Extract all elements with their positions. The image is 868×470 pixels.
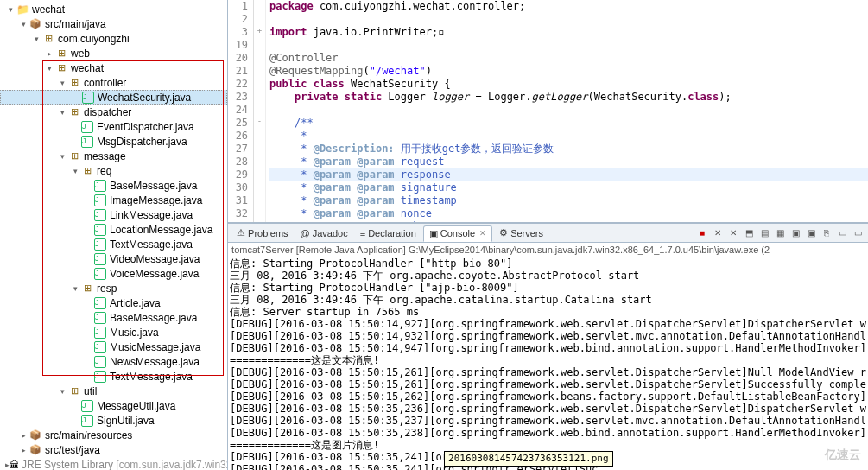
tree-item[interactable]: com.cuiyongzhi — [0, 31, 227, 46]
expand-icon[interactable] — [57, 386, 67, 396]
expand-icon[interactable] — [70, 166, 80, 175]
toolbar-button[interactable]: ▦ — [773, 226, 787, 240]
tree-item[interactable]: WechatSecurity.java — [0, 90, 227, 105]
tab-icon: ≡ — [360, 228, 365, 238]
tree-item[interactable]: dispatcher — [0, 105, 227, 119]
expand-icon[interactable] — [57, 151, 67, 161]
expand-icon[interactable] — [31, 34, 41, 43]
tree-item[interactable]: MsgDispatcher.java — [0, 134, 227, 149]
tree-item[interactable]: NewsMessage.java — [0, 354, 227, 369]
tree-item[interactable]: JRE System Library [com.sun.java.jdk7.wi… — [0, 457, 227, 470]
code-line[interactable]: import java.io.PrintWriter;▫ — [269, 26, 868, 39]
code-line[interactable]: private static Logger logger = Logger.ge… — [269, 91, 868, 104]
tree-item[interactable]: VoiceMessage.java — [0, 266, 227, 281]
console-output[interactable]: 信息: Starting ProtocolHandler ["http-bio-… — [228, 257, 868, 470]
code-line[interactable]: * @param @param request — [269, 156, 868, 168]
tree-item[interactable]: req — [0, 163, 227, 178]
tab-servers[interactable]: ⚙Servers — [494, 225, 548, 241]
tree-item[interactable]: src/main/java — [0, 16, 227, 31]
tree-item[interactable]: src/main/resources — [0, 428, 227, 442]
expand-icon[interactable] — [44, 48, 54, 58]
tree-item[interactable]: ImageMessage.java — [0, 193, 227, 207]
toolbar-button[interactable]: ▣ — [789, 226, 802, 240]
code-line[interactable]: @RequestMapping("/wechat") — [269, 65, 868, 78]
tree-item[interactable]: MusicMessage.java — [0, 340, 227, 354]
toolbar-button[interactable]: ✕ — [711, 226, 725, 240]
java-icon — [93, 296, 107, 310]
tree-item[interactable]: VideoMessage.java — [0, 251, 227, 266]
expand-icon[interactable] — [44, 63, 54, 73]
code-line[interactable]: * — [269, 130, 868, 143]
code-line[interactable]: * @param @param signature — [269, 181, 868, 194]
fold-icon[interactable]: + — [254, 26, 265, 39]
tab-declaration[interactable]: ≡Declaration — [355, 225, 421, 241]
tree-item[interactable]: SignUtil.java — [0, 413, 227, 428]
toolbar-button[interactable]: ▤ — [757, 226, 771, 240]
console-line: [DEBUG][2016-03-08 15:50:35,237][org.spr… — [230, 415, 866, 427]
code-line[interactable] — [269, 13, 868, 26]
tree-item[interactable]: BaseMessage.java — [0, 310, 227, 325]
expand-icon[interactable] — [57, 107, 67, 117]
tree-item[interactable]: util — [0, 384, 227, 398]
project-explorer[interactable]: wechatsrc/main/javacom.cuiyongzhiwebwech… — [0, 0, 228, 470]
tree-item[interactable]: BaseMessage.java — [0, 178, 227, 193]
tab-problems[interactable]: ⚠Problems — [231, 225, 293, 241]
toolbar-button[interactable]: ⎘ — [820, 226, 833, 240]
tree-item[interactable]: LocationMessage.java — [0, 222, 227, 237]
code-line[interactable]: package com.cuiyongzhi.wechat.controller… — [269, 0, 868, 13]
fold-icon — [254, 52, 265, 65]
tree-item[interactable]: TextMessage.java — [0, 369, 227, 384]
code-line[interactable]: @Controller — [269, 52, 868, 65]
tab-label: Console — [440, 228, 475, 238]
tree-item[interactable]: controller — [0, 75, 227, 90]
tree-item-label: wechat — [32, 3, 65, 16]
tree-item[interactable]: MessageUtil.java — [0, 398, 227, 413]
java-icon — [93, 311, 107, 325]
tree-item[interactable]: LinkMessage.java — [0, 207, 227, 222]
expand-icon[interactable] — [18, 445, 29, 454]
tree-item[interactable]: web — [0, 46, 227, 60]
tree-item[interactable]: TextMessage.java — [0, 237, 227, 251]
line-number: 3 — [228, 26, 248, 39]
tree-item[interactable]: Article.java — [0, 295, 227, 310]
toolbar-button[interactable]: ✕ — [726, 226, 740, 240]
code-line[interactable]: * @param @param echostr — [269, 220, 868, 222]
code-line[interactable]: /** — [269, 117, 868, 130]
toolbar-button[interactable]: ▣ — [804, 226, 818, 240]
code-line[interactable]: * @param @param timestamp — [269, 194, 868, 207]
tab-console[interactable]: ▣Console✕ — [423, 225, 492, 242]
tree-item[interactable]: resp — [0, 281, 227, 295]
expand-icon[interactable] — [18, 19, 29, 29]
expand-icon[interactable] — [57, 78, 67, 87]
tree-item[interactable]: message — [0, 149, 227, 163]
tree-item[interactable]: Music.java — [0, 325, 227, 340]
code-line[interactable] — [269, 39, 868, 52]
fold-icon[interactable]: - — [254, 117, 265, 130]
toolbar-button[interactable]: ■ — [695, 226, 709, 240]
close-icon[interactable]: ✕ — [479, 229, 486, 238]
code-line[interactable]: * @param @param nonce — [269, 207, 868, 220]
code-editor[interactable]: 123192021222324252627282930313233 +- pac… — [228, 0, 868, 223]
toolbar-button[interactable]: ▭ — [851, 226, 865, 240]
line-number: 29 — [228, 168, 248, 181]
tab-icon: @ — [301, 228, 310, 238]
code-line[interactable]: * @param @param response — [269, 168, 868, 181]
code-line[interactable] — [269, 104, 868, 117]
expand-icon[interactable] — [18, 430, 29, 440]
code-line[interactable]: * @Description: 用于接收get参数，返回验证参数 — [269, 143, 868, 156]
package-icon — [54, 47, 68, 60]
src-icon — [29, 429, 42, 442]
tree-item[interactable]: src/test/java — [0, 442, 227, 457]
tree-item[interactable]: wechat — [0, 60, 227, 75]
expand-icon[interactable] — [5, 4, 16, 14]
toolbar-button[interactable]: ▭ — [835, 226, 849, 240]
tree-item[interactable]: EventDispatcher.java — [0, 119, 227, 134]
tree-item[interactable]: wechat — [0, 2, 227, 16]
code-line[interactable]: public class WechatSecurity { — [269, 78, 868, 91]
java-icon — [93, 208, 107, 222]
tab-javadoc[interactable]: @Javadoc — [295, 225, 353, 241]
toolbar-button[interactable]: ⬒ — [742, 226, 756, 240]
java-icon — [80, 399, 94, 413]
expand-icon[interactable] — [70, 283, 80, 293]
tree-item-label: VoiceMessage.java — [110, 268, 199, 280]
